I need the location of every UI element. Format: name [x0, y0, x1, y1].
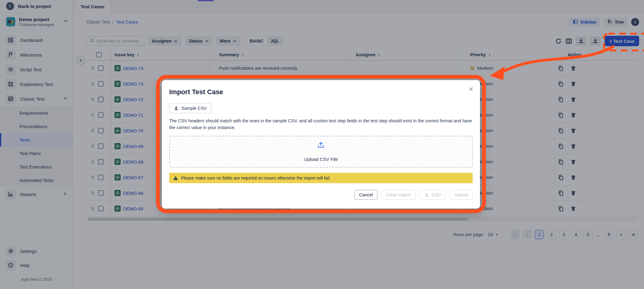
modal-title: Import Test Case [169, 88, 473, 96]
warning-icon [173, 176, 178, 180]
cancel-button[interactable]: Cancel [355, 190, 377, 200]
upload-icon [316, 141, 326, 150]
close-icon[interactable]: × [469, 85, 473, 93]
warning-banner: Please make sure no fields are required … [169, 173, 473, 183]
csv-dropzone[interactable]: Upload CSV File [169, 136, 473, 168]
download-icon [174, 106, 179, 111]
sample-csv-button[interactable]: Sample CSV [169, 103, 211, 113]
submit-button[interactable]: Submit [450, 190, 473, 200]
csv-download-button[interactable]: CSV [420, 190, 446, 200]
warning-text: Please make sure no fields are required … [181, 176, 330, 180]
modal-footer: Cancel Clear Import CSV Submit [169, 190, 473, 200]
upload-label: Upload CSV File [304, 157, 338, 162]
clear-import-button[interactable]: Clear Import [382, 190, 415, 200]
app-root: Back to project Demo project Company-man… [0, 0, 644, 289]
modal-description: The CSV headers should match with the on… [169, 118, 473, 131]
download-icon [424, 192, 429, 197]
import-test-case-modal: Import Test Case × Sample CSV The CSV he… [162, 80, 480, 209]
